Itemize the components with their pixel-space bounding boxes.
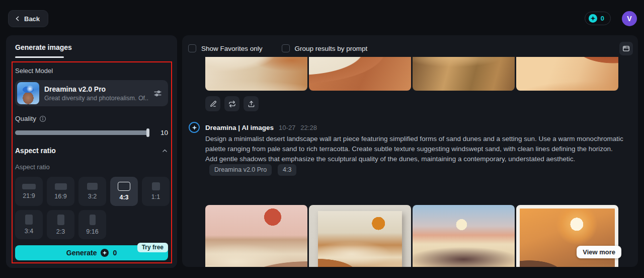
chevron-up-icon <box>162 148 168 154</box>
ratio-shape-icon <box>57 215 64 225</box>
aspect-option-4-3-selected[interactable]: 4:3 <box>110 177 138 206</box>
post-time: 22:28 <box>300 124 317 131</box>
top-bar: Back 0 V <box>0 0 644 35</box>
prompt-block: Design a minimalist desert landscape wal… <box>205 134 626 176</box>
pencil-icon <box>209 100 217 108</box>
credits-count: 0 <box>601 15 604 22</box>
group-results-checkbox[interactable] <box>282 44 290 52</box>
ratio-shape-icon <box>25 215 33 225</box>
generated-image-1[interactable] <box>205 57 307 91</box>
ratio-label: 1:1 <box>151 193 160 200</box>
generated-image-3[interactable] <box>413 57 515 91</box>
tab-active-underline <box>15 56 64 58</box>
quality-label: Quality <box>15 115 36 122</box>
ratio-shape-icon <box>87 183 98 190</box>
model-card[interactable]: Dreamina v2.0 Pro Great diversity and ph… <box>15 80 168 106</box>
results-panel: Show Favorites only Group results by pro… <box>182 35 638 267</box>
generated-image-2[interactable] <box>309 57 411 91</box>
chevron-left-icon <box>15 16 21 22</box>
edit-button[interactable] <box>205 96 220 111</box>
quality-value: 10 <box>160 129 168 136</box>
aspect-option-21-9[interactable]: 21:9 <box>15 177 43 206</box>
sliders-icon[interactable] <box>153 89 162 98</box>
regenerate-button[interactable] <box>224 96 239 111</box>
result-actions-previous <box>205 96 259 111</box>
aspect-ratio-title: Aspect ratio <box>15 147 56 155</box>
quality-slider[interactable] <box>15 130 149 135</box>
aspect-option-1-1[interactable]: 1:1 <box>142 177 170 206</box>
aspect-ratio-sublabel: Aspect ratio <box>15 163 168 171</box>
aspect-option-2-3[interactable]: 2:3 <box>47 210 74 239</box>
aspect-ratio-section-header[interactable]: Aspect ratio <box>15 147 168 155</box>
ratio-shape-icon <box>118 182 130 191</box>
generation-sidebar: Generate images Select Model Dreamina v2… <box>6 35 177 268</box>
aspect-ratio-grid: 21:9 16:9 3:2 4:3 1:1 3:4 <box>15 177 172 239</box>
try-free-badge: Try free <box>137 243 168 252</box>
select-model-label: Select Model <box>15 67 168 75</box>
model-name: Dreamina v2.0 Pro <box>44 85 148 93</box>
quality-slider-handle[interactable] <box>146 128 149 137</box>
back-button[interactable]: Back <box>8 10 48 27</box>
post-author: Dreamina | AI images <box>205 124 274 131</box>
ratio-shape-icon <box>152 182 160 190</box>
dreamina-logo-icon <box>189 122 200 133</box>
model-meta: Dreamina v2.0 Pro Great diversity and ph… <box>44 85 148 102</box>
show-favorites-checkbox[interactable] <box>188 44 196 52</box>
aspect-option-3-4[interactable]: 3:4 <box>15 210 43 239</box>
avatar-initial: V <box>627 15 631 23</box>
aspect-option-3-2[interactable]: 3:2 <box>78 177 106 206</box>
prompt-text: Design a minimalist desert landscape wal… <box>205 135 623 163</box>
generate-cost: 0 <box>113 249 117 257</box>
gallery-folder-icon <box>622 45 630 52</box>
post-header: Dreamina | AI images 10-27 22:28 <box>189 122 317 133</box>
sidebar-tabs: Generate images <box>6 35 177 58</box>
view-more-button[interactable]: View more <box>577 246 621 258</box>
back-label: Back <box>24 15 40 23</box>
generated-image-5[interactable] <box>205 205 307 267</box>
ratio-label: 4:3 <box>119 194 128 201</box>
ratio-label: 3:2 <box>88 193 97 200</box>
upload-icon <box>248 100 255 108</box>
credit-coin-icon <box>589 14 597 23</box>
ratio-shape-icon <box>90 215 96 225</box>
info-circle-icon[interactable] <box>39 115 46 122</box>
generated-image-7[interactable] <box>413 205 515 267</box>
ratio-label: 9:16 <box>86 228 98 235</box>
post-date: 10-27 <box>279 124 295 131</box>
repeat-icon <box>228 100 236 108</box>
gallery-folder-button[interactable] <box>619 42 633 55</box>
results-feed: Dreamina | AI images 10-27 22:28 Design … <box>182 57 638 267</box>
show-favorites-label[interactable]: Show Favorites only <box>201 45 263 52</box>
aspect-option-9-16[interactable]: 9:16 <box>78 210 106 239</box>
ratio-shape-icon <box>55 183 67 190</box>
aspect-option-16-9[interactable]: 16:9 <box>47 177 74 206</box>
tab-generate-images[interactable]: Generate images <box>15 43 72 56</box>
credit-coin-icon <box>101 249 109 257</box>
results-filter-row: Show Favorites only Group results by pro… <box>188 41 633 55</box>
ratio-shape-icon <box>22 184 36 189</box>
ratio-label: 2:3 <box>56 228 65 235</box>
ratio-label: 16:9 <box>54 193 66 200</box>
generated-image-4[interactable] <box>516 57 618 91</box>
generate-label: Generate <box>66 249 97 257</box>
prompt-ratio-badge[interactable]: 4:3 <box>278 164 296 176</box>
generated-image-8[interactable]: View more <box>516 205 618 267</box>
ratio-label: 3:4 <box>25 228 33 235</box>
generated-image-6[interactable] <box>309 205 411 267</box>
share-button[interactable] <box>244 96 259 111</box>
group-results-label[interactable]: Group results by prompt <box>295 45 368 52</box>
ratio-label: 21:9 <box>23 192 35 199</box>
model-thumbnail <box>17 82 39 104</box>
image-row-previous <box>205 57 618 91</box>
credits-pill[interactable]: 0 <box>585 12 611 25</box>
user-avatar[interactable]: V <box>622 11 637 26</box>
image-row-current: View more <box>205 205 618 267</box>
model-description: Great diversity and photorealism. Of... <box>44 95 148 102</box>
prompt-model-badge[interactable]: Dreamina v2.0 Pro <box>209 164 272 176</box>
